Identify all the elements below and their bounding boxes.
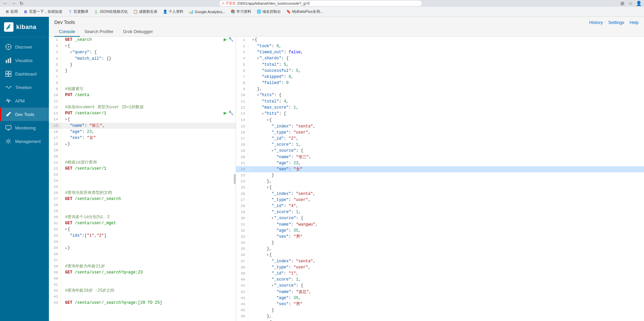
- json-num-34: 34: [236, 240, 248, 246]
- sidebar-timelion-label: Timelion: [15, 85, 32, 90]
- sidebar-item-devtools[interactable]: Dev Tools: [0, 108, 49, 121]
- panel-divider[interactable]: ⋮: [234, 174, 236, 184]
- line-content-31: GET /senta/user/_mget: [64, 220, 236, 226]
- line-content-1: GET _search: [64, 37, 236, 43]
- bookmark-icon[interactable]: ☆: [628, 1, 633, 6]
- json-content-44: "sex": "男": [251, 301, 644, 307]
- line-content-27: GET /senta/user/_search: [64, 196, 236, 202]
- tab-console[interactable]: Console: [54, 27, 80, 37]
- json-num-37: 37: [236, 258, 248, 264]
- sidebar-dashboard-label: Dashboard: [15, 71, 37, 77]
- bookmark-domain[interactable]: 🌐 域名控制台: [255, 8, 283, 15]
- code-line-6: 6 }: [49, 68, 236, 74]
- svg-rect-12: [9, 74, 11, 77]
- code-line-13: 13 PUT /senta/user/1 ▶ 🔧: [49, 110, 236, 116]
- url-text: 15601/app/kibana#/dev_tools/console?_g=0: [237, 1, 310, 5]
- sidebar-item-visualize[interactable]: Visualize: [0, 54, 49, 67]
- sidebar-item-dashboard[interactable]: Dashboard: [0, 67, 49, 81]
- sidebar-item-discover[interactable]: Discover: [0, 40, 49, 54]
- right-editor-panel: 1 ▼{ 2 "took": 6, 3 "timed_out": false,: [236, 37, 644, 321]
- tab-grok-debugger[interactable]: Grok Debugger: [118, 27, 158, 37]
- bookmark-analytics[interactable]: 📊 Google Analytics...: [187, 9, 227, 15]
- json-num-31: 31: [236, 222, 248, 228]
- json-num-25: 25: [236, 184, 248, 191]
- sidebar-item-apm[interactable]: APM: [0, 94, 49, 108]
- code-line-5: 5 }: [49, 62, 236, 68]
- url-bar[interactable]: ⚠ 不安全 15601/app/kibana#/dev_tools/consol…: [219, 1, 422, 6]
- code-line-7: 7: [49, 74, 236, 80]
- back-button[interactable]: ←: [3, 1, 8, 6]
- line-content-26: #查询当前所有类型的文档: [64, 190, 236, 196]
- bookmark-json[interactable]: {} JSON在线格式化: [92, 8, 130, 15]
- wrench-button-13[interactable]: 🔧: [228, 110, 234, 116]
- sidebar-management-label: Management: [15, 139, 41, 144]
- run-button-13[interactable]: ▶: [224, 110, 227, 116]
- json-num-11: 11: [236, 98, 248, 105]
- json-content-7: "skipped": 0,: [251, 74, 644, 80]
- json-line-45: 45 }: [236, 307, 644, 313]
- settings-button[interactable]: Settings: [608, 20, 624, 25]
- history-button[interactable]: History: [589, 20, 603, 25]
- json-content-27: "_type": "user",: [251, 197, 644, 203]
- sidebar-item-timelion[interactable]: Timelion: [0, 81, 49, 94]
- svg-rect-9: [6, 71, 8, 74]
- security-icon: ⚠ 不安全: [222, 1, 236, 6]
- line-num-24: 24: [49, 178, 61, 184]
- json-content-43: "age": 35,: [251, 295, 644, 301]
- json-content-39: "_id": "1",: [251, 270, 644, 276]
- json-num-39: 39: [236, 270, 248, 276]
- forward-button[interactable]: →: [11, 1, 16, 6]
- line-num-18: 18: [49, 141, 61, 147]
- json-num-46: 46: [236, 313, 248, 319]
- bookmark-apps[interactable]: ⊞ 应用: [3, 8, 20, 15]
- right-code-editor[interactable]: 1 ▼{ 2 "took": 6, 3 "timed_out": false,: [236, 37, 644, 321]
- bookmark-profile[interactable]: 👤 个人资料: [161, 8, 185, 15]
- line-content-2: ▼{: [64, 43, 236, 49]
- dev-tools-tabs: Console Search Profiler Grok Debugger: [54, 27, 639, 36]
- line-num-43: 43: [49, 294, 61, 300]
- bookmark-study[interactable]: 📚 学习资料: [229, 8, 253, 15]
- bookmark-translate-label: 百度翻译: [74, 9, 88, 14]
- code-line-3: 3 ▼"query": {: [49, 49, 236, 56]
- nav-icons: ← → ↻: [3, 1, 24, 6]
- grid-icon: [5, 70, 12, 77]
- line-content-42: #查询年龄20岁 -25岁之间: [64, 288, 236, 294]
- svg-rect-7: [8, 59, 9, 63]
- json-line-29: 29 "_score": 1,: [236, 209, 644, 215]
- code-line-43: 43: [49, 294, 236, 300]
- account-icon[interactable]: 👤: [636, 1, 641, 6]
- json-num-4: 4: [236, 55, 248, 62]
- line-num-38: 38: [49, 263, 61, 269]
- json-content-34: }: [251, 240, 644, 246]
- bookmark-chengdu[interactable]: 📋 成都新生表: [131, 8, 159, 15]
- help-button[interactable]: Help: [630, 20, 639, 25]
- sidebar-item-management[interactable]: Management: [0, 135, 49, 148]
- dev-tools-header: Dev Tools History Settings Help Console …: [49, 17, 644, 37]
- wrench-button-1[interactable]: 🔧: [228, 37, 234, 43]
- pulse-icon: [5, 97, 12, 104]
- line-content-3: ▼"query": {: [64, 49, 236, 56]
- left-code-editor[interactable]: 1 GET _search ▶ 🔧 2 ▼{ 3: [49, 37, 236, 321]
- line-content-44: GET /senta/user/_search?q=age:[20 TO 25]: [64, 300, 236, 306]
- code-line-11: 11: [49, 98, 236, 104]
- code-line-17: 17 "sex": "女": [49, 135, 236, 141]
- json-content-41: ▼"_source": {: [251, 283, 644, 289]
- code-line-34: 34: [49, 239, 236, 245]
- sidebar-item-monitoring[interactable]: Monitoring: [0, 121, 49, 135]
- tab-search-profiler[interactable]: Search Profiler: [80, 27, 118, 37]
- refresh-button[interactable]: ↻: [19, 1, 24, 6]
- bookmark-translate[interactable]: T 百度翻译: [66, 8, 90, 15]
- run-button-1[interactable]: ▶: [224, 37, 227, 43]
- dev-tools-actions: History Settings Help: [589, 20, 639, 25]
- bookmark-baidu-label: 百度一下，你就知道: [29, 9, 62, 14]
- bookmark-analytics-label: Google Analytics...: [195, 10, 225, 14]
- code-line-30: 30 #查询多个id分别为1、2: [49, 214, 236, 220]
- baidu-icon: B: [23, 9, 28, 14]
- extensions-icon[interactable]: ⊞: [620, 1, 625, 6]
- bookmark-mybatis[interactable]: 🔖 MyBatisPlus全局...: [284, 8, 325, 15]
- json-content-32: "age": 35,: [251, 228, 644, 234]
- json-num-10: 10: [236, 92, 248, 98]
- bookmark-baidu[interactable]: B 百度一下，你就知道: [21, 8, 64, 15]
- json-num-3: 3: [236, 49, 248, 55]
- line-num-32: 32: [49, 226, 61, 232]
